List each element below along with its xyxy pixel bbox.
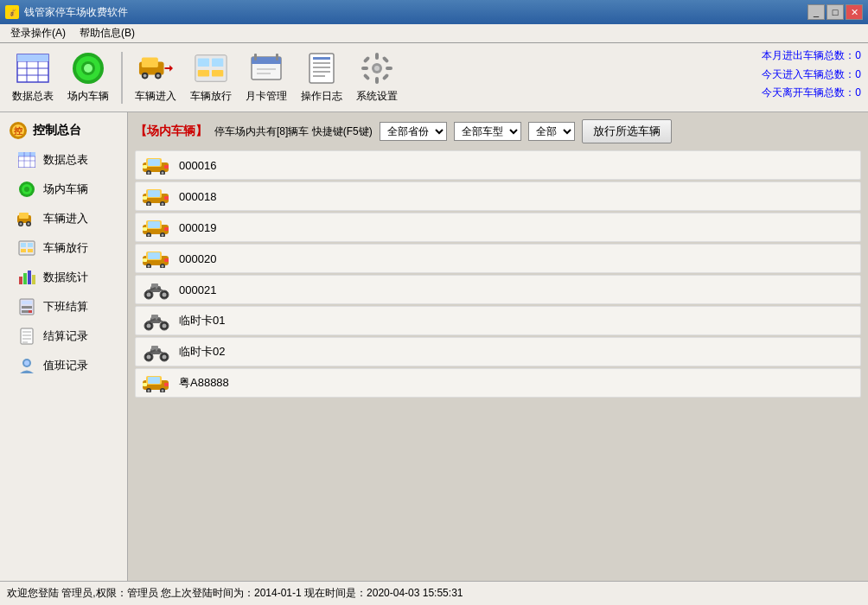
sidebar-data-table-label: 数据总表 (43, 152, 88, 168)
list-item[interactable]: 临时卡01 (135, 306, 861, 335)
menu-login[interactable]: 登录操作(A) (3, 24, 73, 42)
svg-point-126 (147, 293, 151, 297)
sidebar-shift-rec-label: 值班记录 (43, 358, 88, 373)
sidebar-indoor-label: 场内车辆 (43, 182, 88, 197)
vehicle-plate: 000016 (179, 159, 216, 172)
stats-panel: 本月进出车辆总数：0 今天进入车辆总数：0 今天离开车辆总数：0 (762, 47, 861, 103)
svg-point-134 (147, 324, 151, 328)
svg-point-62 (20, 223, 22, 226)
sidebar-car-in-icon (17, 209, 36, 228)
vehicle-plate: 000018 (179, 190, 216, 203)
sidebar-shift-end-label: 下班结算 (43, 299, 88, 315)
svg-rect-79 (22, 310, 25, 313)
svg-point-153 (148, 390, 150, 392)
car-icon (143, 186, 170, 207)
list-item[interactable]: 000020 (135, 244, 861, 273)
toolbar-car-in[interactable]: 车辆进入 (130, 48, 182, 108)
svg-point-14 (144, 74, 147, 78)
vehicle-plate: 临时卡02 (179, 344, 225, 360)
toolbar-settings[interactable]: 系统设置 (351, 48, 403, 108)
toolbar: 数据总表 场内车辆 车辆 (0, 43, 868, 112)
svg-rect-81 (29, 310, 32, 313)
svg-point-88 (24, 360, 29, 366)
stats-today-in: 今天进入车辆总数：0 (762, 66, 861, 85)
list-item[interactable]: 粤A88888 (135, 368, 861, 398)
toolbar-car-pass-label: 车辆放行 (190, 89, 232, 104)
svg-rect-40 (375, 77, 379, 84)
svg-point-104 (162, 203, 164, 206)
car-type-filter[interactable]: 全部车型 (454, 122, 521, 141)
moto-icon (143, 279, 170, 300)
sidebar-item-car-in[interactable]: 车辆进入 (0, 204, 127, 233)
list-item[interactable]: 临时卡02 (135, 337, 861, 366)
svg-rect-97 (164, 165, 169, 169)
sidebar-item-shift-end[interactable]: 下班结算 (0, 292, 127, 322)
svg-rect-123 (143, 258, 147, 262)
sidebar-item-data-table[interactable]: 数据总表 (0, 145, 127, 175)
svg-rect-44 (382, 73, 389, 80)
svg-rect-45 (363, 73, 370, 80)
svg-point-10 (84, 64, 93, 73)
window-controls[interactable]: _ □ ✕ (807, 4, 863, 20)
svg-rect-26 (252, 60, 281, 64)
sidebar-item-shift-rec[interactable]: 值班记录 (0, 351, 127, 380)
sidebar-item-car-pass[interactable]: 车辆放行 (0, 233, 127, 263)
sidebar-item-settle-rec[interactable]: 结算记录 (0, 322, 127, 351)
content-info: 停车场内共有[8]辆车 快捷键(F5键) (214, 124, 373, 139)
sidebar-item-data-stats[interactable]: 数据统计 (0, 263, 127, 292)
toolbar-op-log[interactable]: 操作日志 (296, 48, 348, 108)
svg-rect-6 (17, 54, 48, 61)
svg-rect-96 (143, 165, 147, 169)
sidebar-car-pass-label: 车辆放行 (43, 240, 88, 256)
vehicle-plate: 临时卡01 (179, 313, 225, 328)
car-icon (143, 217, 170, 238)
close-btn[interactable]: ✕ (846, 4, 863, 20)
sidebar-settle-rec-label: 结算记录 (43, 328, 88, 344)
toolbar-data-table[interactable]: 数据总表 (7, 48, 59, 108)
list-item[interactable]: 000018 (135, 182, 861, 211)
svg-point-111 (148, 234, 150, 237)
svg-rect-76 (22, 306, 25, 309)
list-item[interactable]: 000021 (135, 275, 861, 304)
sidebar-car-in-label: 车辆进入 (43, 211, 88, 226)
all-filter[interactable]: 全部 (528, 122, 575, 141)
svg-point-93 (148, 172, 150, 175)
svg-rect-23 (212, 70, 223, 77)
svg-rect-70 (19, 277, 22, 284)
stats-monthly: 本月进出车辆总数：0 (762, 47, 861, 66)
svg-rect-118 (148, 252, 160, 259)
log-icon (304, 52, 339, 86)
svg-point-136 (163, 324, 167, 328)
svg-rect-106 (164, 196, 169, 200)
svg-rect-157 (164, 383, 169, 386)
toolbar-month-card[interactable]: 月卡管理 (240, 48, 292, 108)
svg-rect-72 (28, 271, 31, 284)
list-item[interactable]: 000016 (135, 150, 861, 180)
release-button[interactable]: 放行所选车辆 (582, 119, 672, 143)
province-filter[interactable]: 全部省份 (380, 122, 447, 141)
sidebar-item-indoor[interactable]: 场内车辆 (0, 175, 127, 204)
vehicle-plate: 000020 (179, 252, 216, 265)
list-item[interactable]: 000019 (135, 213, 861, 242)
vehicle-plate: 粤A88888 (179, 375, 229, 391)
content-header: 【场内车辆】 停车场内共有[8]辆车 快捷键(F5键) 全部省份 全部车型 全部… (135, 119, 861, 143)
svg-marker-18 (169, 65, 173, 72)
maximize-btn[interactable]: □ (827, 4, 844, 20)
month-card-icon (249, 52, 284, 86)
svg-rect-34 (313, 67, 330, 68)
toolbar-indoor[interactable]: 场内车辆 (62, 48, 114, 108)
menu-help[interactable]: 帮助信息(B) (73, 24, 142, 42)
svg-rect-12 (142, 58, 158, 67)
svg-rect-80 (25, 310, 29, 313)
svg-rect-39 (375, 53, 379, 60)
minimize-btn[interactable]: _ (807, 4, 825, 20)
control-icon: 控 (9, 121, 28, 140)
svg-rect-114 (143, 227, 147, 231)
svg-rect-78 (29, 306, 32, 309)
toolbar-car-pass[interactable]: 车辆放行 (185, 48, 237, 108)
svg-text:控: 控 (13, 126, 22, 136)
sidebar-header: 控 控制总台 (0, 116, 127, 145)
svg-point-102 (148, 203, 150, 206)
svg-rect-109 (148, 221, 160, 228)
vehicle-plate: 000019 (179, 221, 216, 234)
